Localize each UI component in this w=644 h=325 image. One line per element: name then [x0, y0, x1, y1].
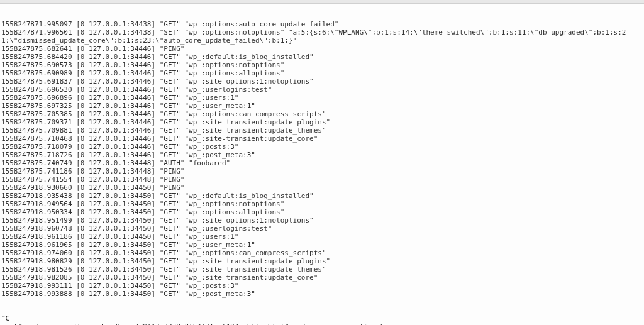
log-line: 1558247871.996501 [0 127.0.0.1:34438] "S…	[1, 28, 643, 36]
log-line: 1:\"dismissed_update_core\";b:1;s:23:\"a…	[1, 36, 643, 45]
log-line: 1558247875.697325 [0 127.0.0.1:34446] "G…	[1, 102, 643, 110]
log-line: 1558247875.718079 [0 127.0.0.1:34446] "G…	[1, 143, 643, 151]
prompt-lines-container: ^Croot@wordpress-redis-cache:/home/d9417…	[1, 314, 643, 325]
log-line: 1558247875.740749 [0 127.0.0.1:34448] "A…	[1, 159, 643, 167]
log-line: 1558247875.690573 [0 127.0.0.1:34446] "G…	[1, 61, 643, 69]
log-line: 1558247875.709881 [0 127.0.0.1:34446] "G…	[1, 126, 643, 135]
log-line: 1558247918.935438 [0 127.0.0.1:34450] "G…	[1, 192, 643, 200]
log-line: 1558247875.691837 [0 127.0.0.1:34446] "G…	[1, 77, 643, 85]
log-line: 1558247918.993888 [0 127.0.0.1:34450] "G…	[1, 290, 643, 298]
terminal-output[interactable]: 1558247871.995097 [0 127.0.0.1:34438] "G…	[0, 4, 644, 325]
log-line: 1558247875.709371 [0 127.0.0.1:34446] "G…	[1, 118, 643, 126]
log-line: 1558247875.696530 [0 127.0.0.1:34446] "G…	[1, 85, 643, 94]
log-line: 1558247875.690989 [0 127.0.0.1:34446] "G…	[1, 69, 643, 77]
log-line: 1558247918.950334 [0 127.0.0.1:34450] "G…	[1, 208, 643, 216]
log-line: 1558247918.961905 [0 127.0.0.1:34450] "G…	[1, 241, 643, 249]
log-line: 1558247918.993111 [0 127.0.0.1:34450] "G…	[1, 282, 643, 290]
log-line: 1558247918.960748 [0 127.0.0.1:34450] "G…	[1, 224, 643, 233]
log-line: 1558247918.951499 [0 127.0.0.1:34450] "G…	[1, 216, 643, 224]
log-line: 1558247875.684420 [0 127.0.0.1:34446] "G…	[1, 53, 643, 61]
log-line: 1558247875.705385 [0 127.0.0.1:34446] "G…	[1, 110, 643, 118]
log-lines-container: 1558247871.995097 [0 127.0.0.1:34438] "G…	[1, 20, 643, 298]
log-line: 1558247875.696896 [0 127.0.0.1:34446] "G…	[1, 94, 643, 102]
log-line: 1558247875.741186 [0 127.0.0.1:34448] "P…	[1, 167, 643, 175]
prompt-line[interactable]: root@wordpress-redis-cache:/home/d9417a7…	[1, 322, 643, 325]
log-line: 1558247875.710468 [0 127.0.0.1:34446] "G…	[1, 135, 643, 143]
log-line: 1558247875.741554 [0 127.0.0.1:34448] "P…	[1, 175, 643, 184]
log-line: 1558247875.718726 [0 127.0.0.1:34446] "G…	[1, 151, 643, 159]
log-line: 1558247871.995097 [0 127.0.0.1:34438] "G…	[1, 20, 643, 28]
log-line: 1558247918.981526 [0 127.0.0.1:34450] "G…	[1, 265, 643, 273]
log-line: 1558247918.980829 [0 127.0.0.1:34450] "G…	[1, 257, 643, 265]
log-line: 1558247918.982085 [0 127.0.0.1:34450] "G…	[1, 273, 643, 282]
log-line: 1558247918.974060 [0 127.0.0.1:34450] "G…	[1, 249, 643, 257]
prompt-line[interactable]: ^C	[1, 314, 643, 322]
log-line: 1558247918.961186 [0 127.0.0.1:34450] "G…	[1, 233, 643, 241]
log-line: 1558247918.930660 [0 127.0.0.1:34450] "P…	[1, 184, 643, 192]
log-line: 1558247918.949564 [0 127.0.0.1:34450] "G…	[1, 200, 643, 208]
log-line: 1558247875.682641 [0 127.0.0.1:34446] "P…	[1, 45, 643, 53]
